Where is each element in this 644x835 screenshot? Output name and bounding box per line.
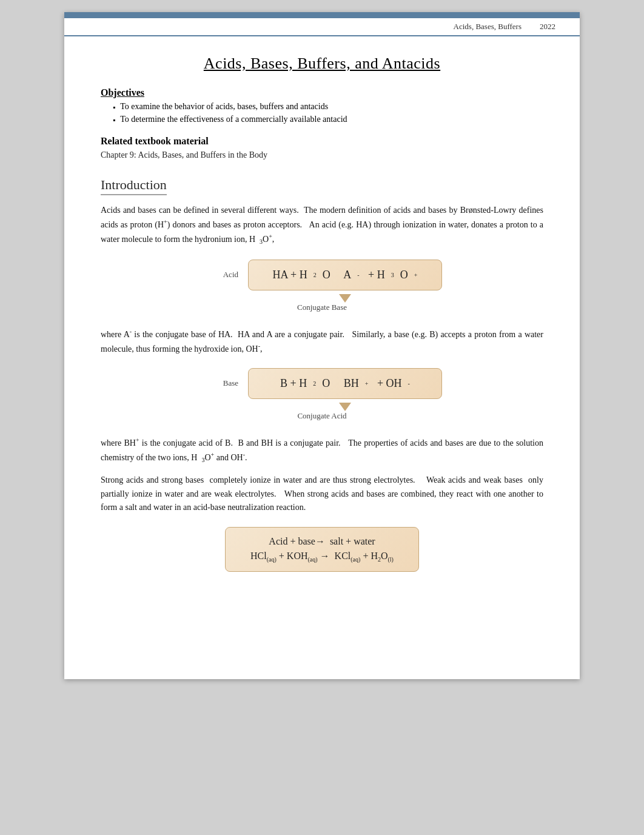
header-title: Acids, Bases, Buffers bbox=[454, 22, 522, 32]
related-material-section: Related textbook material Chapter 9: Aci… bbox=[101, 136, 543, 160]
neutralization-line1: Acid + base→ salt + water bbox=[269, 536, 375, 547]
objectives-list: To examine the behavior of acids, bases,… bbox=[101, 102, 543, 125]
acid-equation-box: HA + H2O A- + H3O+ bbox=[248, 260, 442, 290]
list-item: To determine the effectiveness of a comm… bbox=[113, 115, 543, 125]
header-year: 2022 bbox=[540, 22, 555, 32]
base-equation-block: Base B + H2O BH+ + OH- Conjugate Acid bbox=[101, 368, 543, 429]
base-equation-box: B + H2O BH+ + OH- bbox=[248, 368, 442, 399]
related-material-text: Chapter 9: Acids, Bases, and Buffers in … bbox=[101, 150, 543, 160]
intro-paragraph-3: where BH+ is the conjugate acid of B. B … bbox=[101, 435, 543, 466]
objectives-heading: Objectives bbox=[101, 87, 543, 98]
intro-paragraph-2: where A- is the conjugate base of HA. HA… bbox=[101, 327, 543, 356]
objectives-section: Objectives To examine the behavior of ac… bbox=[101, 87, 543, 125]
base-equation-row: Base B + H2O BH+ + OH- bbox=[202, 368, 442, 399]
acid-label: Acid bbox=[202, 270, 238, 280]
intro-paragraph-4: Strong acids and strong bases completely… bbox=[101, 474, 543, 514]
page: Acids, Bases, Buffers 2022 Acids, Bases,… bbox=[64, 12, 580, 679]
list-item: To examine the behavior of acids, bases,… bbox=[113, 102, 543, 112]
acid-arrow-container bbox=[339, 294, 351, 303]
base-conjugate-label: Conjugate Acid bbox=[297, 411, 346, 421]
page-content: Acids, Bases, Buffers, and Antacids Obje… bbox=[64, 36, 580, 607]
header-bar bbox=[64, 12, 580, 18]
neutralization-line2: HCl(aq) + KOH(aq) → KCl(aq) + H2O(l) bbox=[250, 551, 394, 563]
objective-2-text: To determine the effectiveness of a comm… bbox=[120, 115, 347, 124]
intro-paragraph-1: Acids and bases can be defined in severa… bbox=[101, 204, 543, 247]
header-line: Acids, Bases, Buffers 2022 bbox=[64, 18, 580, 36]
base-label: Base bbox=[202, 378, 238, 388]
base-arrow-container bbox=[339, 403, 351, 411]
related-material-heading: Related textbook material bbox=[101, 136, 543, 147]
objective-1-text: To examine the behavior of acids, bases,… bbox=[120, 102, 328, 112]
acid-arrow-down bbox=[339, 294, 351, 303]
neutralization-block: Acid + base→ salt + water HCl(aq) + KOH(… bbox=[101, 527, 543, 572]
introduction-heading: Introduction bbox=[101, 177, 167, 195]
neutralization-equation-box: Acid + base→ salt + water HCl(aq) + KOH(… bbox=[225, 527, 419, 572]
base-arrow-down bbox=[339, 403, 351, 411]
acid-conjugate-label: Conjugate Base bbox=[297, 303, 347, 312]
main-title: Acids, Bases, Buffers, and Antacids bbox=[101, 55, 543, 73]
introduction-section: Introduction Acids and bases can be defi… bbox=[101, 172, 543, 572]
acid-equation-row: Acid HA + H2O A- + H3O+ bbox=[202, 260, 442, 290]
acid-equation-block: Acid HA + H2O A- + H3O+ Conjugate Base bbox=[101, 260, 543, 321]
